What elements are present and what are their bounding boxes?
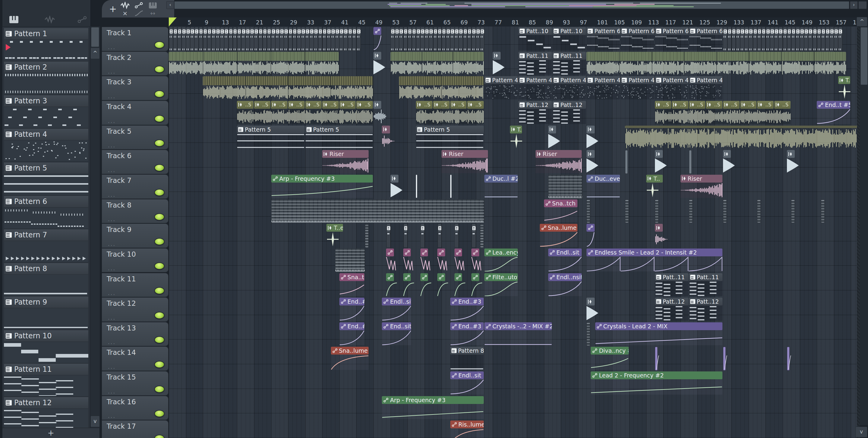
sliced-clip-name-bar[interactable]: ..S [356,101,373,109]
sliced-clip-name-bar[interactable]: ..S [757,101,774,109]
pattern-clip-small[interactable] [404,27,408,51]
pattern-clip-small[interactable] [203,27,207,51]
clip-stub[interactable]: T.. [510,126,522,149]
add-track-button[interactable]: + [109,4,117,14]
automation-stub[interactable] [386,273,397,296]
pattern-item-header[interactable]: Pattern 6 [4,196,89,207]
pattern-clip-small[interactable] [778,27,783,51]
pattern-scrollbar-handle[interactable] [91,27,99,47]
pattern-clip-small[interactable] [318,27,322,51]
track-header-12[interactable]: Track 12... [102,297,168,322]
automation-clip[interactable]: Endl..sit [450,371,484,395]
pattern-clip-small[interactable] [408,27,412,51]
pattern-clip-small[interactable] [762,27,766,51]
add-pattern-button[interactable]: + [2,428,99,438]
pattern-clip-small[interactable] [766,27,770,51]
pattern-item-7[interactable]: Pattern 7 [4,229,89,262]
pattern-clip-small[interactable] [391,27,395,51]
automation-stub[interactable] [421,273,432,296]
pattern-clip-small[interactable] [808,27,812,51]
pattern-clip-small[interactable] [757,27,762,51]
sliced-clip-name-bar[interactable]: ..S [254,101,271,109]
pattern-clip-small[interactable] [199,27,203,51]
pattern-item-3[interactable]: Pattern 3 [4,95,89,128]
audio-clip[interactable] [169,52,339,75]
sliced-clip-name-bar[interactable]: ..S [271,101,287,109]
pattern-clip-small[interactable] [838,27,842,51]
pattern-clip[interactable]: Patt..12 [553,101,586,124]
automation-source-icon[interactable] [134,2,144,9]
riser-audio-clip[interactable]: Riser [535,150,582,173]
pattern-clip-small[interactable] [250,27,254,51]
sliced-audio-run[interactable]: ..S..S..S..S [416,101,484,124]
clip-stub[interactable] [587,298,594,321]
pattern-clip-small[interactable] [356,27,361,51]
step-pattern-clip[interactable] [271,199,484,223]
scroll-left-button[interactable]: ‹ [166,1,174,9]
vertical-scrollbar[interactable] [860,27,868,425]
pattern-clip-small[interactable] [280,27,284,51]
thin-clip[interactable] [655,199,658,223]
pattern-clip-small[interactable] [416,27,421,51]
track-mute-led[interactable] [154,213,164,221]
thin-clip[interactable] [450,175,452,198]
track-mute-led[interactable] [154,287,164,294]
sliced-clip-name-bar[interactable]: ..S [305,101,322,109]
pattern-clip-small[interactable] [467,27,472,51]
clip-stub[interactable] [787,150,795,173]
pattern-clip[interactable]: Pattern 6 [655,27,688,50]
sliced-clip-name-bar[interactable]: ..S [706,101,722,109]
pattern-clip-small[interactable] [796,27,800,51]
automation-clip[interactable]: End..#3 [450,298,484,321]
scroll-up-button[interactable]: ^ [857,17,867,27]
riser-audio-clip[interactable]: Riser [441,150,488,173]
pattern-item-1[interactable]: Pattern 1 [4,28,89,61]
pattern-clip-small[interactable] [399,27,403,51]
automation-clip[interactable]: Duc..evel [587,175,620,198]
track-header-14[interactable]: Track 14... [102,346,168,371]
pattern-clip-small[interactable] [459,27,463,51]
audio-clip[interactable] [625,126,857,149]
automation-icon[interactable] [77,16,87,24]
track-mute-led[interactable] [154,238,164,245]
track-mute-led[interactable] [154,361,164,368]
audio-clip-source-icon[interactable] [121,2,130,9]
thin-clip[interactable] [625,199,629,223]
pattern-clip-small[interactable] [322,27,327,51]
pattern-clip-small[interactable] [442,27,446,51]
pattern-clip-small[interactable] [476,27,480,51]
track-header-3[interactable]: Track 3... [102,76,168,100]
pattern-item-header[interactable]: Pattern 3 [4,95,89,107]
track-header-5[interactable]: Track 5... [102,125,168,150]
thin-clip[interactable] [689,150,692,174]
track-mute-led[interactable] [154,385,164,393]
automation-clip-small[interactable] [587,224,594,247]
pattern-clip[interactable]: Pattern 6 [587,27,620,50]
pattern-clip-small[interactable] [749,27,753,51]
pattern-clip-small[interactable] [335,27,339,51]
automation-clip[interactable]: Sna..tch [544,199,578,223]
playlist-grid[interactable]: Patt..10Patt..10Pattern 6Pattern 6Patter… [169,27,857,438]
pattern-clip-small[interactable] [178,27,182,51]
pattern-clip[interactable]: Pattern 4 [655,76,688,99]
track-mute-led[interactable] [154,435,164,438]
pattern-item-2[interactable]: Pattern 2 [4,61,89,95]
clip-stub[interactable]: T..e [327,224,343,247]
automation-stub[interactable] [455,248,466,272]
scrollbar-resize-handle[interactable] [858,1,867,9]
pattern-clip-small[interactable] [455,224,459,248]
pattern-clip-small[interactable] [792,27,796,51]
pattern-clip-small[interactable] [472,27,476,51]
pattern-clip-small[interactable] [352,27,356,51]
clip-stub[interactable] [373,52,381,75]
pattern-clip-small[interactable] [207,27,212,51]
track-mute-led[interactable] [154,66,164,73]
track-header-17[interactable]: Track 17... [102,420,168,438]
sliced-clip-name-bar[interactable]: ..S [467,101,484,109]
pattern-clip-small[interactable] [412,27,416,51]
pattern-clip-small[interactable] [288,27,293,51]
automation-stub[interactable] [437,273,448,296]
pattern-clip-small[interactable] [194,27,198,51]
pattern-clip[interactable]: Pattern 4 [553,76,586,99]
audio-clip[interactable] [399,76,484,99]
